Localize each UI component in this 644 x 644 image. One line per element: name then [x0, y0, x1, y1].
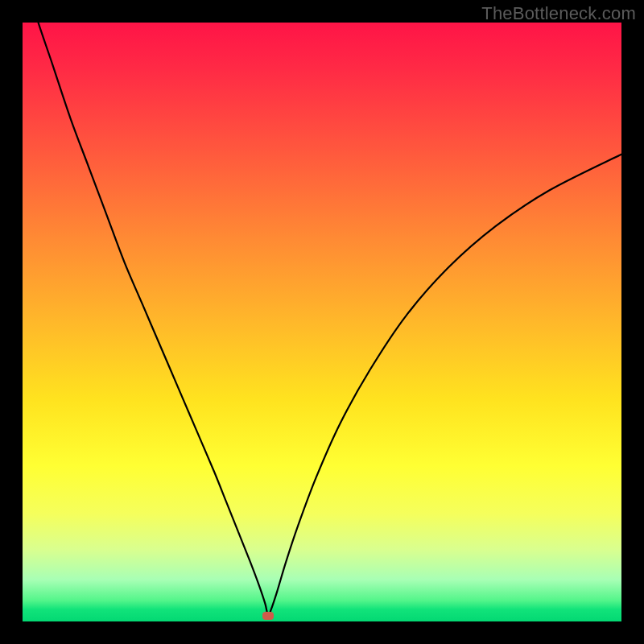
bottleneck-curve — [23, 23, 621, 616]
optimal-point-marker — [262, 612, 274, 620]
chart-frame: TheBottleneck.com — [0, 0, 644, 644]
plot-area — [23, 23, 621, 621]
watermark-text: TheBottleneck.com — [481, 3, 636, 24]
curve-layer — [23, 23, 621, 621]
